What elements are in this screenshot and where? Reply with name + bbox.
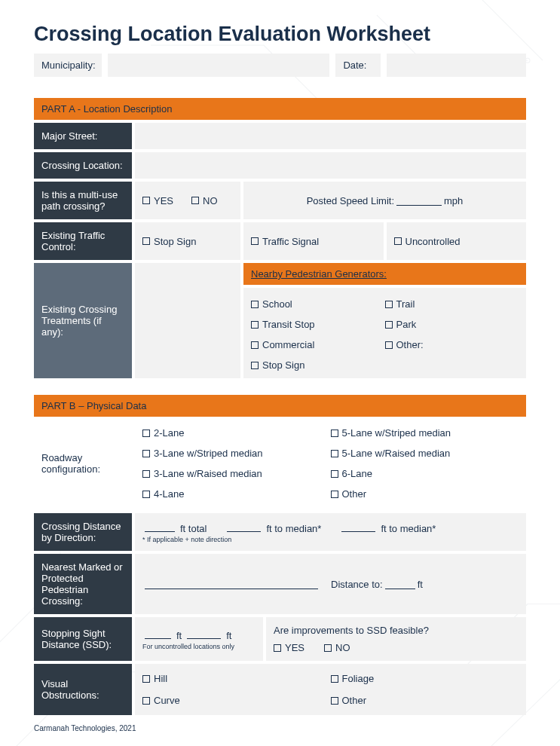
crossing-distance-inputs: ft total ft to median* ft to median* * I… [135, 513, 526, 551]
checkbox-icon [385, 301, 393, 308]
roadway-config-options: 2-Lane 3-Lane w/Striped median 3-Lane w/… [135, 417, 526, 510]
nearest-crossing-label: Nearest Marked or Protected Pedestrian C… [34, 554, 132, 614]
cd-median1-input[interactable] [227, 521, 261, 532]
ssd-improve-label: Are improvements to SSD feasible? [274, 625, 429, 636]
page-title: Crossing Location Evaluation Worksheet [34, 23, 526, 46]
checkbox-icon [142, 450, 150, 457]
lane-3-raised[interactable]: 3-Lane w/Raised median [142, 468, 320, 479]
lane-4[interactable]: 4-Lane [142, 488, 320, 500]
checkbox-icon [142, 430, 150, 437]
visual-obstructions-label: Visual Obstructions: [34, 664, 132, 715]
checkbox-icon [191, 197, 199, 204]
ped-gen-commercial[interactable]: Commercial [251, 339, 375, 350]
ssd-footnote: For uncontrolled locations only [142, 643, 234, 650]
date-label: Date: [335, 54, 381, 77]
lane-6[interactable]: 6-Lane [331, 468, 509, 479]
ssd-yes[interactable]: YES [274, 642, 304, 653]
checkbox-icon [142, 491, 150, 498]
checkbox-icon [142, 237, 150, 245]
roadway-config-label: Roadway configuration: [34, 417, 132, 510]
posted-speed-label: Posted Speed Limit: [307, 195, 394, 206]
ped-gen-container: Nearby Pedestrian Generators: School Tra… [243, 263, 526, 378]
posted-speed-cell: Posted Speed Limit: mph [243, 182, 526, 219]
ssd-input-1[interactable] [145, 628, 171, 639]
ssd-label: Stopping Sight Distance (SSD): [34, 617, 132, 661]
posted-speed-input[interactable] [396, 195, 442, 206]
ped-gen-header: Nearby Pedestrian Generators: [243, 263, 526, 285]
part-b-header: PART B – Physical Data [34, 395, 526, 417]
checkbox-icon [251, 237, 259, 245]
cd-footnote: * If applicable + note direction [142, 536, 231, 543]
existing-traffic-label: Existing Traffic Control: [34, 222, 132, 260]
ped-gen-school[interactable]: School [251, 298, 375, 310]
checkbox-icon [331, 470, 338, 478]
obs-other[interactable]: Other [331, 695, 509, 706]
ped-gen-options: School Transit Stop Commercial Stop Sign… [243, 288, 526, 378]
checkbox-icon [251, 341, 259, 349]
checkbox-icon [324, 644, 332, 652]
major-street-label: Major Street: [34, 123, 132, 149]
traffic-signal[interactable]: Traffic Signal [243, 222, 384, 260]
checkbox-icon [142, 697, 150, 705]
crossing-distance-label: Crossing Distance by Direction: [34, 513, 132, 551]
checkbox-icon [251, 301, 259, 308]
ped-gen-park[interactable]: Park [385, 319, 509, 330]
checkbox-icon [331, 675, 338, 683]
ssd-input-2[interactable] [187, 628, 221, 639]
crossing-location-label: Crossing Location: [34, 152, 132, 179]
checkbox-icon [331, 491, 338, 498]
multi-use-no[interactable]: NO [191, 195, 218, 206]
lane-3-striped[interactable]: 3-Lane w/Striped median [142, 448, 320, 459]
checkbox-icon [251, 321, 259, 329]
ssd-no[interactable]: NO [324, 642, 350, 653]
checkbox-icon [142, 470, 150, 478]
multi-use-yes[interactable]: YES [142, 195, 173, 206]
lane-5-raised[interactable]: 5-Lane w/Raised median [331, 448, 509, 459]
checkbox-icon [394, 237, 402, 245]
ssd-improvements: Are improvements to SSD feasible? YES NO [266, 617, 526, 661]
municipality-label: Municipality: [34, 54, 102, 77]
visual-obstructions-options: Hill Curve Foliage Other [135, 664, 526, 715]
date-input[interactable] [387, 54, 526, 77]
traffic-stop-sign[interactable]: Stop Sign [135, 222, 240, 260]
checkbox-icon [331, 450, 338, 457]
major-street-input[interactable] [135, 123, 526, 149]
existing-crossing-input[interactable] [135, 263, 240, 378]
obs-hill[interactable]: Hill [142, 673, 320, 684]
ped-gen-stop-sign[interactable]: Stop Sign [251, 359, 375, 371]
obs-foliage[interactable]: Foliage [331, 673, 509, 684]
ssd-inputs: ft ft For uncontrolled locations only [135, 617, 263, 661]
traffic-uncontrolled[interactable]: Uncontrolled [387, 222, 527, 260]
ped-gen-trail[interactable]: Trail [385, 298, 509, 310]
nearest-crossing-inputs: Distance to: ft [135, 554, 526, 614]
checkbox-icon [385, 321, 393, 329]
existing-crossing-label: Existing Crossing Treatments (if any): [34, 263, 132, 378]
ped-gen-transit[interactable]: Transit Stop [251, 319, 375, 330]
checkbox-icon [142, 197, 150, 204]
checkbox-icon [274, 644, 281, 652]
municipality-input[interactable] [108, 54, 329, 77]
checkbox-icon [331, 697, 338, 705]
nearest-name-input[interactable] [145, 579, 318, 589]
part-a-header: PART A - Location Description [34, 98, 526, 120]
crossing-location-input[interactable] [135, 152, 526, 179]
checkbox-icon [331, 430, 338, 437]
mph-label: mph [444, 195, 463, 206]
cd-total-input[interactable] [145, 521, 175, 532]
obs-curve[interactable]: Curve [142, 695, 320, 706]
checkbox-icon [251, 362, 259, 369]
lane-5-striped[interactable]: 5-Lane w/Striped median [331, 427, 509, 439]
ped-gen-other[interactable]: Other: [385, 339, 509, 350]
footer-text: Carmanah Technologies, 2021 [34, 724, 526, 732]
top-meta-row: Municipality: Date: [34, 54, 526, 77]
checkbox-icon [142, 675, 150, 683]
lane-other[interactable]: Other [331, 488, 509, 500]
checkbox-icon [385, 341, 393, 349]
multi-use-options: YES NO [135, 182, 240, 219]
nearest-distance-input[interactable] [385, 579, 415, 589]
lane-2[interactable]: 2-Lane [142, 427, 320, 439]
cd-median2-input[interactable] [341, 521, 375, 532]
multi-use-label: Is this a multi-use path crossing? [34, 182, 132, 219]
